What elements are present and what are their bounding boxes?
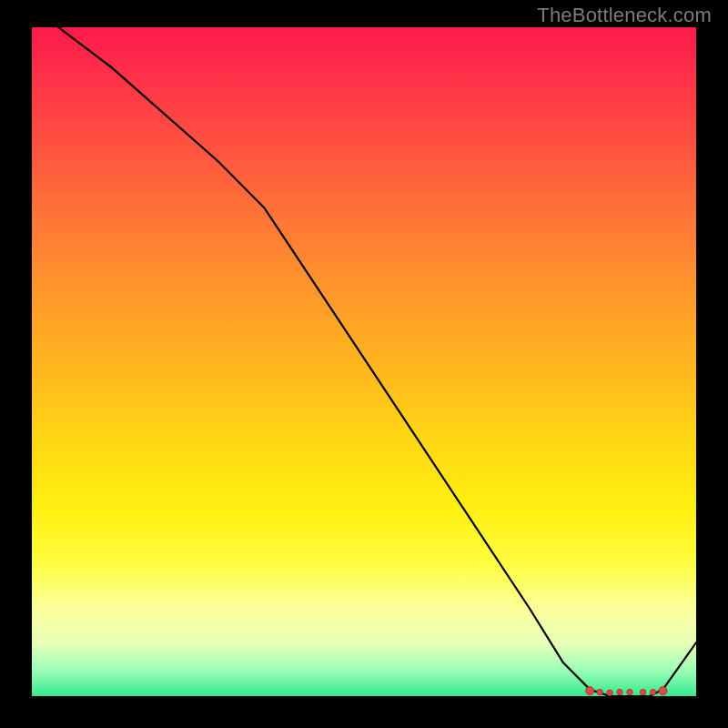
chart-frame: TheBottleneck.com	[0, 0, 728, 728]
marker-point	[627, 689, 632, 694]
marker-point	[607, 690, 612, 695]
marker-point	[586, 687, 594, 695]
plot-area	[32, 27, 696, 696]
line-chart-svg	[32, 27, 696, 696]
marker-point	[650, 689, 655, 694]
watermark-text: TheBottleneck.com	[537, 4, 712, 27]
data-curve	[32, 7, 696, 696]
marker-point	[597, 689, 602, 694]
marker-point	[659, 687, 667, 695]
data-markers	[586, 687, 667, 696]
marker-point	[640, 689, 645, 694]
marker-point	[617, 689, 622, 694]
